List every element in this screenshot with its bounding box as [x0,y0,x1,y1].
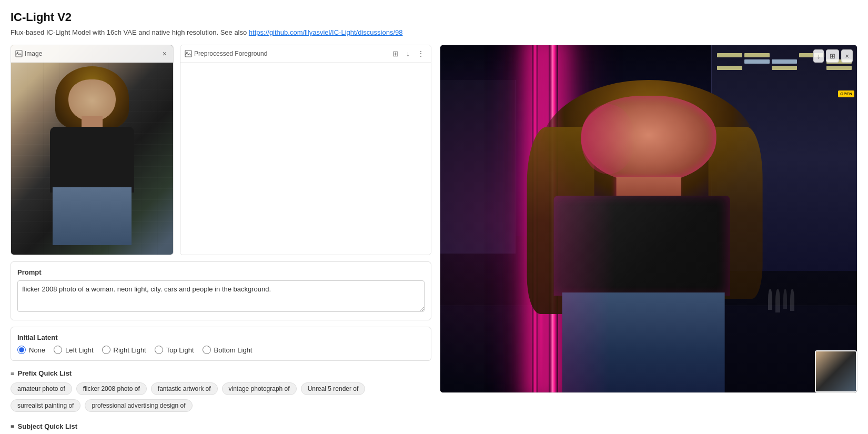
woman-photo [11,45,173,255]
preprocessed-download-btn[interactable]: ↓ [404,48,412,59]
prefix-tag[interactable]: surrealist painting of [11,399,80,412]
shirt [50,127,134,193]
subject-list-icon: ≡ [11,422,15,430]
preprocessed-icon [185,50,192,57]
output-download-btn[interactable]: ↓ [813,49,824,63]
radio-left-light[interactable]: Left Light [54,346,94,354]
prefix-list-label: Prefix Quick List [18,369,72,377]
latent-section: Initial Latent None Left Light Right Lig… [11,327,431,361]
radio-top-light[interactable]: Top Light [155,346,194,354]
radio-none[interactable]: None [17,346,45,354]
output-toolbar: ↓ ⊞ × [813,49,853,63]
radio-bottom-light[interactable]: Bottom Light [203,346,253,354]
image-label: Image [15,50,42,57]
preprocessed-box: Preprocessed Foreground ⊞ ↓ ⋮ [180,45,431,255]
jeans-neon-glow [562,292,611,392]
prefix-quick-list-items: amateur photo offlicker 2008 photo offan… [11,382,431,412]
image-input-box: Image × [11,45,174,255]
neon-output-image: 広告 OPEN [440,45,857,392]
prefix-tag[interactable]: flicker 2008 photo of [76,382,147,395]
subject-list-label: Subject Quick List [18,422,77,430]
output-image-container: ↓ ⊞ × [440,45,857,393]
woman-neon-figure [513,80,784,392]
prefix-list-icon: ≡ [11,369,15,377]
prefix-tag[interactable]: vintage photograph of [222,382,297,395]
face [68,79,116,122]
building-left [440,80,516,254]
prompt-label: Prompt [17,268,425,276]
left-panel: Image × [11,45,431,434]
page-container: IC-Light V2 Flux-based IC-Light Model wi… [0,0,868,434]
svg-point-1 [17,52,18,53]
subject-quick-list-header[interactable]: ≡ Subject Quick List [11,422,431,430]
neon-jeans [562,292,724,392]
latent-label: Initial Latent [17,334,425,341]
image-label-text: Image [25,50,42,57]
preprocessed-label: Preprocessed Foreground [185,50,267,57]
radio-right-light[interactable]: Right Light [102,346,146,354]
preprocessed-share-btn[interactable]: ⋮ [415,48,427,59]
thumbnail-strip [815,350,857,392]
prefix-tag[interactable]: Unreal 5 render of [301,382,366,395]
preprocessed-fullscreen-btn[interactable]: ⊞ [390,48,401,59]
figure-placeholder [45,66,139,245]
subject-quick-list-section: ≡ Subject Quick List [11,420,431,434]
github-link[interactable]: https://github.com/lllyasviel/IC-Light/d… [249,28,403,36]
prefix-tag[interactable]: professional advertising design of [85,399,192,412]
thumbnail-content [816,351,856,391]
right-panel: ↓ ⊞ × [440,45,857,434]
subtitle-text: Flux-based IC-Light Model with 16ch VAE … [11,28,249,36]
image-icon [15,50,23,57]
neon-shirt [554,196,730,296]
neon-face [581,96,716,183]
output-close-btn[interactable]: × [841,49,853,63]
jeans [53,187,132,245]
page-title: IC-Light V2 [11,11,857,24]
face-neon-glow [581,104,635,174]
image-toolbar: Image × [11,45,173,63]
prefix-quick-list-section: ≡ Prefix Quick List amateur photo offlic… [11,367,431,414]
preprocessed-toolbar: Preprocessed Foreground ⊞ ↓ ⋮ [180,45,431,63]
prompt-textarea[interactable]: flicker 2008 photo of a woman. neon ligh… [17,280,425,312]
image-row: Image × [11,45,431,255]
subtitle: Flux-based IC-Light Model with 16ch VAE … [11,28,857,36]
svg-point-3 [186,52,187,53]
preprocessed-content [180,45,431,255]
prefix-tag[interactable]: amateur photo of [11,382,72,395]
prompt-section: Prompt flicker 2008 photo of a woman. ne… [11,261,431,320]
prefix-quick-list-header[interactable]: ≡ Prefix Quick List [11,369,431,377]
image-toolbar-right: × [160,48,169,59]
preprocessed-label-text: Preprocessed Foreground [194,50,267,57]
prefix-tag[interactable]: fantastic artwork of [151,382,218,395]
main-layout: Image × [11,45,857,434]
preprocessed-toolbar-right: ⊞ ↓ ⋮ [390,48,427,59]
sign-2: OPEN [838,90,854,97]
image-close-btn[interactable]: × [160,48,169,59]
latent-radio-group: None Left Light Right Light Top Light [17,346,425,354]
shirt-neon-glow [554,196,615,296]
output-fullscreen-btn[interactable]: ⊞ [826,49,839,63]
